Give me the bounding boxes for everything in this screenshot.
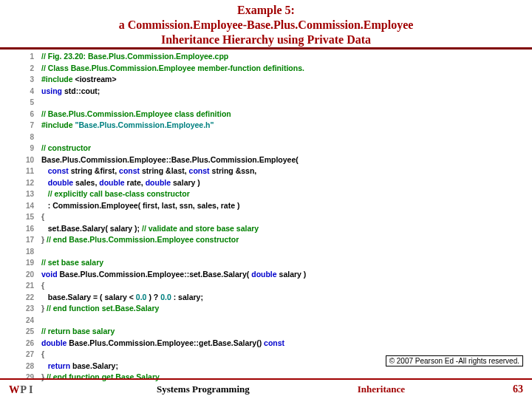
slide-footer: W P I Systems Programming Inheritance 63 bbox=[0, 378, 532, 399]
title-line-3: Inheritance Hierarchy using Private Data bbox=[0, 33, 532, 47]
title-line-2: a Commission.Employee-Base.Plus.Commissi… bbox=[0, 18, 532, 33]
code-comment: // constructor bbox=[41, 143, 91, 152]
title-line-1: Example 5: bbox=[0, 3, 532, 18]
wpi-logo-icon: W P I bbox=[9, 383, 49, 396]
code-comment: // Base.Plus.Commission.Employee class d… bbox=[41, 109, 231, 118]
code-comment: // set base salary bbox=[41, 258, 103, 267]
svg-text:P: P bbox=[20, 383, 27, 395]
code-comment: // validate and store base salary bbox=[142, 224, 259, 233]
code-listing: 1// Fig. 23.20: Base.Plus.Commission.Emp… bbox=[0, 50, 532, 383]
page-number: 63 bbox=[513, 383, 523, 395]
copyright-notice: © 2007 Pearson Ed -All rights reserved. bbox=[386, 355, 523, 366]
keyword: using bbox=[41, 86, 62, 95]
preprocessor: #include bbox=[41, 120, 73, 129]
footer-course: Systems Programming bbox=[157, 383, 250, 395]
slide-title: Example 5: a Commission.Employee-Base.Pl… bbox=[0, 0, 532, 47]
preprocessor: #include bbox=[41, 75, 73, 83]
code-comment: // explicitly call base-class constructo… bbox=[48, 189, 190, 198]
svg-text:W: W bbox=[9, 383, 20, 395]
code-comment: // Class Base.Plus.Commission.Employee m… bbox=[41, 64, 304, 72]
svg-text:I: I bbox=[29, 383, 33, 395]
code-comment: // return base salary bbox=[41, 327, 115, 335]
code-comment: // end function set.Base.Salary bbox=[47, 304, 159, 313]
footer-topic: Inheritance bbox=[358, 383, 405, 395]
code-comment: // Fig. 23.20: Base.Plus.Commission.Empl… bbox=[41, 52, 228, 61]
code-comment: // end Base.Plus.Commission.Employee con… bbox=[47, 235, 239, 244]
ctor-signature: Base.Plus.Commission.Employee::Base.Plus… bbox=[41, 155, 299, 164]
